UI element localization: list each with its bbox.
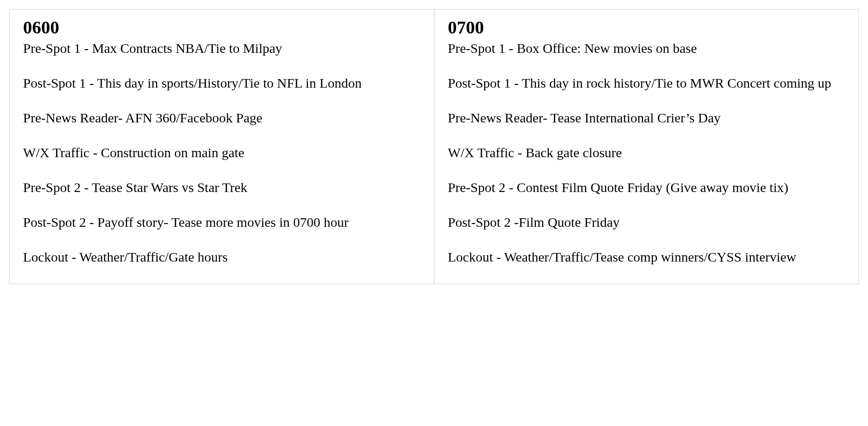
schedule-entry: Pre-Spot 2 - Contest Film Quote Friday (… — [448, 178, 845, 196]
schedule-column-0600: 0600 Pre-Spot 1 - Max Contracts NBA/Tie … — [9, 9, 434, 284]
schedule-column-0700: 0700 Pre-Spot 1 - Box Office: New movies… — [434, 9, 859, 284]
schedule-entry: Pre-Spot 2 - Tease Star Wars vs Star Tre… — [23, 178, 420, 196]
schedule-entry: Post-Spot 1 - This day in rock history/T… — [448, 74, 845, 92]
schedule-container: 0600 Pre-Spot 1 - Max Contracts NBA/Tie … — [9, 9, 859, 284]
schedule-entry: W/X Traffic - Back gate closure — [448, 144, 845, 161]
schedule-entry: Lockout - Weather/Traffic/Gate hours — [23, 248, 420, 266]
schedule-entry: Pre-Spot 1 - Box Office: New movies on b… — [448, 39, 845, 57]
time-heading: 0700 — [448, 19, 845, 37]
schedule-entry: Pre-News Reader- AFN 360/Facebook Page — [23, 109, 420, 126]
schedule-entry: Pre-Spot 1 - Max Contracts NBA/Tie to Mi… — [23, 39, 420, 57]
schedule-entry: Lockout - Weather/Traffic/Tease comp win… — [448, 248, 845, 266]
schedule-entry: Post-Spot 2 -Film Quote Friday — [448, 213, 845, 231]
schedule-entry: W/X Traffic - Construction on main gate — [23, 144, 420, 161]
schedule-entry: Pre-News Reader- Tease International Cri… — [448, 109, 845, 126]
schedule-entry: Post-Spot 2 - Payoff story- Tease more m… — [23, 213, 420, 231]
schedule-entry: Post-Spot 1 - This day in sports/History… — [23, 74, 420, 92]
time-heading: 0600 — [23, 19, 420, 37]
